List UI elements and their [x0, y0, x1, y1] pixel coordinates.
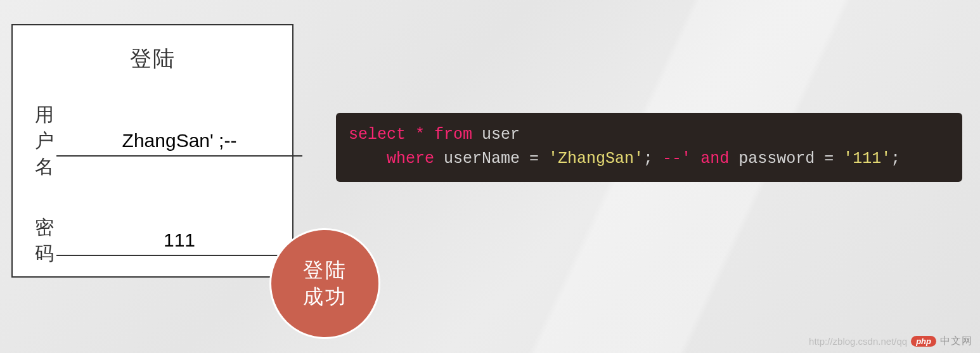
watermark: http://zblog.csdn.net/qq php 中文网: [809, 335, 972, 348]
code-end: ;: [891, 150, 900, 168]
password-label: 密码: [35, 215, 56, 267]
sql-code-block: select * from user where userName = 'Zha…: [336, 113, 962, 182]
username-label: 用户名: [35, 102, 56, 180]
login-title: 登陆: [35, 44, 270, 74]
username-row: 用户名: [35, 102, 270, 180]
success-text: 登陆 成功: [303, 257, 347, 310]
login-form: 登陆 用户名 密码: [11, 24, 293, 278]
code-where: where: [387, 150, 434, 168]
code-username-string: 'ZhangSan': [548, 150, 643, 168]
code-star: *: [406, 125, 434, 144]
code-select: select: [349, 125, 406, 144]
password-row: 密码: [35, 215, 270, 267]
php-badge-icon: php: [911, 336, 936, 347]
code-semi: ;: [643, 150, 662, 168]
code-pwcol: password =: [729, 150, 843, 168]
code-password-string: '111': [843, 150, 891, 168]
username-input[interactable]: [56, 126, 302, 157]
code-and: and: [691, 150, 729, 168]
watermark-url: http://zblog.csdn.net/qq: [809, 336, 907, 347]
watermark-text: 中文网: [940, 335, 972, 348]
code-col: userName =: [434, 150, 548, 168]
password-input[interactable]: [56, 226, 302, 256]
code-user: user: [472, 125, 520, 144]
login-success-badge: 登陆 成功: [269, 228, 380, 339]
code-comment: --': [662, 150, 691, 168]
code-from: from: [434, 125, 472, 144]
code-indent: [349, 150, 387, 168]
